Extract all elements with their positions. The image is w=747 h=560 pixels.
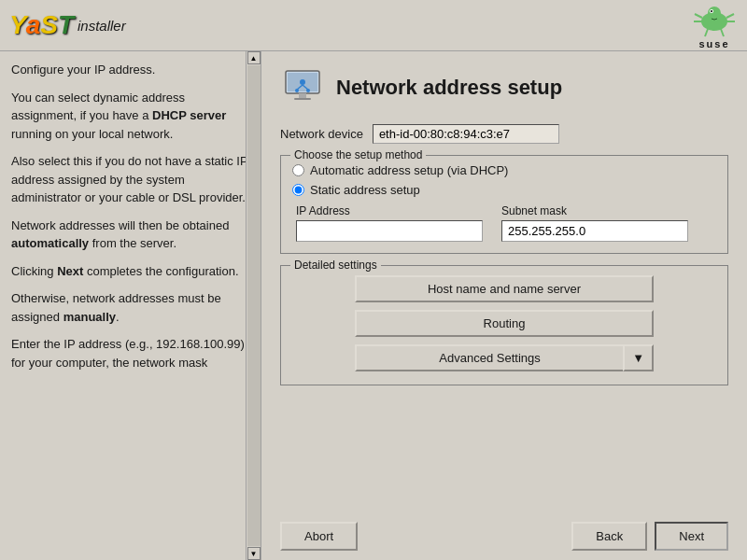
abort-button[interactable]: Abort <box>280 522 358 551</box>
scroll-up-button[interactable]: ▲ <box>247 51 261 64</box>
detailed-settings-group: Detailed settings Host name and name ser… <box>280 265 728 385</box>
scrollbar[interactable]: ▲ ▼ <box>246 51 261 560</box>
svg-point-17 <box>295 89 299 92</box>
left-para-4: Network addresses will then be obtained … <box>11 217 249 253</box>
left-para-1: Configure your IP address. <box>11 61 249 79</box>
hostname-button[interactable]: Host name and name server <box>355 275 654 302</box>
setup-method-legend: Choose the setup method <box>290 148 426 161</box>
radio-static-text: Static address setup <box>310 183 420 197</box>
suse-gecko-icon <box>691 1 738 38</box>
left-para-3: Also select this if you do not have a st… <box>11 152 249 207</box>
setup-method-group: Choose the setup method Automatic addres… <box>280 155 728 254</box>
yast-logo: YaST installer <box>9 10 126 40</box>
left-para-5: Clicking Next completes the configuratio… <box>11 262 249 281</box>
left-para-4-bold: automatically <box>11 236 89 250</box>
advanced-settings-label: Advanced Settings <box>439 351 540 365</box>
back-button-label: Back <box>596 529 623 543</box>
right-panel: Network address setup Network device eth… <box>261 51 747 560</box>
advanced-settings-button[interactable]: Advanced Settings <box>355 344 623 371</box>
radio-dhcp-label[interactable]: Automatic address setup (via DHCP) <box>310 163 508 177</box>
left-para-4-text2: from the server. <box>89 236 176 250</box>
left-para-2-bold1: DHCP server <box>152 108 226 122</box>
ip-subnet-row: IP Address Subnet mask <box>292 204 716 242</box>
svg-point-1 <box>708 7 721 20</box>
subnet-mask-col: Subnet mask <box>501 204 688 242</box>
bottom-buttons: Abort Back Next <box>280 514 728 551</box>
radio-dhcp-text: Automatic address setup (via DHCP) <box>310 163 508 177</box>
left-para-2-text2: running on your local network. <box>11 127 173 141</box>
svg-rect-13 <box>294 98 311 100</box>
suse-logo: suse <box>691 1 738 49</box>
left-para-4-text1: Network addresses will then be obtained <box>11 218 229 232</box>
radio-static-label[interactable]: Static address setup <box>310 183 420 197</box>
next-button-label: Next <box>679 529 704 543</box>
scroll-down-button[interactable]: ▼ <box>247 547 261 560</box>
logo-t: T <box>58 10 74 39</box>
svg-line-6 <box>726 14 734 18</box>
network-device-value: eth-id-00:80:c8:94:c3:e7 <box>373 124 559 144</box>
ip-address-input[interactable] <box>296 220 483 242</box>
detailed-settings-legend: Detailed settings <box>290 259 381 272</box>
left-para-5-bold: Next <box>57 264 83 278</box>
subnet-mask-label: Subnet mask <box>501 204 688 217</box>
svg-point-3 <box>711 10 712 12</box>
installer-label: installer <box>78 18 126 34</box>
panel-header: Network address setup <box>280 65 728 110</box>
logo-a: a <box>26 10 41 39</box>
radio-static[interactable] <box>292 184 304 196</box>
svg-point-14 <box>300 79 305 85</box>
advanced-button-row: Advanced Settings ▼ <box>355 344 654 371</box>
topbar: YaST installer suse <box>0 0 747 51</box>
ip-address-label: IP Address <box>296 204 483 217</box>
abort-button-label: Abort <box>304 529 333 543</box>
yast-logo-text: YaST <box>9 10 74 40</box>
left-panel: Configure your IP address. You can selec… <box>0 51 261 560</box>
subnet-mask-input[interactable] <box>501 220 688 242</box>
left-para-6-end: . <box>116 310 120 324</box>
network-device-label: Network device <box>280 127 363 141</box>
routing-button-label: Routing <box>484 316 526 330</box>
left-para-6-bold: manually <box>63 310 116 324</box>
radio-dhcp[interactable] <box>292 164 304 176</box>
panel-title: Network address setup <box>336 76 562 100</box>
svg-line-9 <box>721 29 724 36</box>
network-icon <box>280 65 325 110</box>
svg-line-4 <box>695 14 702 18</box>
left-para-7: Enter the IP address (e.g., 192.168.100.… <box>11 335 249 371</box>
left-para-6: Otherwise, network addresses must be ass… <box>11 289 249 326</box>
ip-address-col: IP Address <box>296 204 483 242</box>
network-device-row: Network device eth-id-00:80:c8:94:c3:e7 <box>280 124 728 144</box>
svg-point-18 <box>306 89 310 92</box>
next-button[interactable]: Next <box>655 522 728 551</box>
left-para-5-text2: completes the configuration. <box>83 264 238 278</box>
logo-y: Y <box>9 10 26 39</box>
left-para-2: You can select dynamic address assignmen… <box>11 89 249 144</box>
right-button-group: Back Next <box>571 522 728 551</box>
advanced-settings-arrow[interactable]: ▼ <box>623 344 654 371</box>
radio-static-row: Static address setup <box>292 183 716 197</box>
suse-label: suse <box>698 38 729 49</box>
left-para-5-text1: Clicking <box>11 264 57 278</box>
svg-rect-12 <box>299 93 306 98</box>
routing-button[interactable]: Routing <box>355 310 654 337</box>
scroll-track <box>247 65 261 546</box>
back-button[interactable]: Back <box>571 522 647 551</box>
radio-dhcp-row: Automatic address setup (via DHCP) <box>292 163 716 177</box>
hostname-button-label: Host name and name server <box>428 282 581 296</box>
svg-line-8 <box>705 29 708 36</box>
logo-s: S <box>40 10 58 39</box>
main-layout: Configure your IP address. You can selec… <box>0 51 747 560</box>
